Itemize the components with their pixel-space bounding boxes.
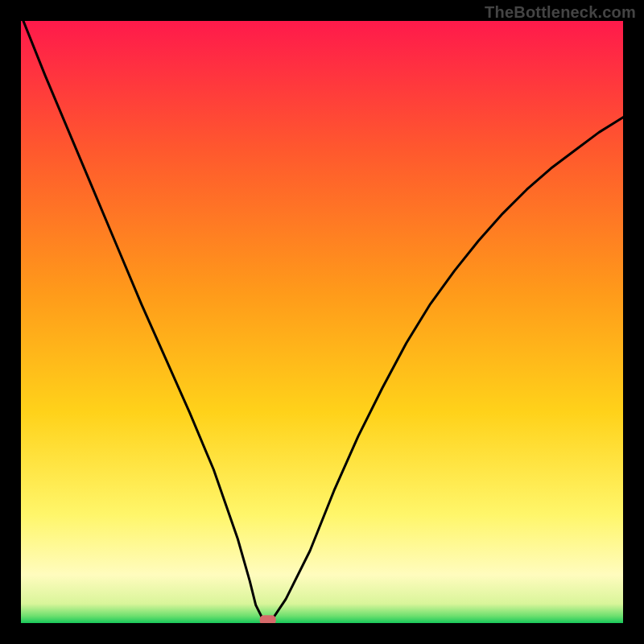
minimum-marker [260, 615, 276, 623]
bottleneck-chart [21, 21, 623, 623]
chart-frame: TheBottleneck.com [0, 0, 644, 644]
watermark-label: TheBottleneck.com [485, 3, 636, 22]
gradient-background [21, 21, 623, 623]
